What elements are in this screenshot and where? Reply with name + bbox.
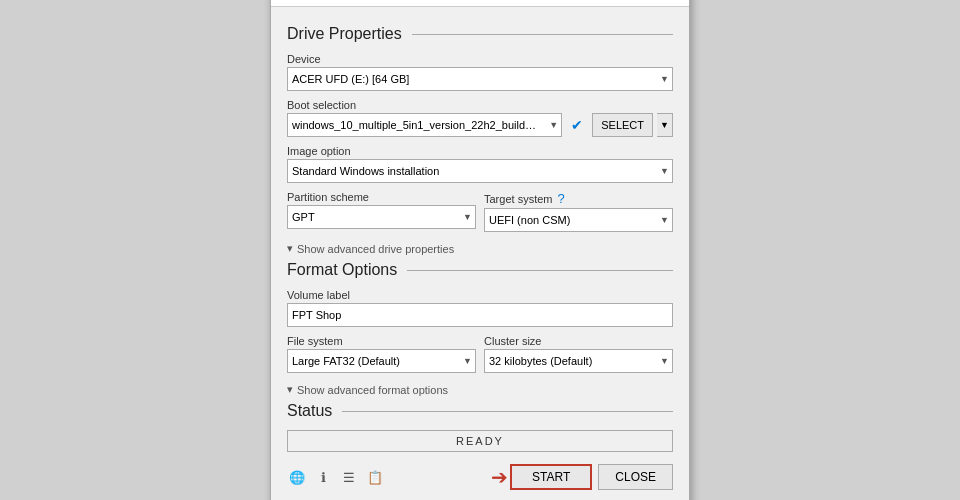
partition-scheme-group: Partition scheme GPT ▼ — [287, 191, 476, 232]
rufus-window: 🔧 Rufus 4.3.2090 — □ ✕ Drive Properties … — [270, 0, 690, 500]
cluster-size-label: Cluster size — [484, 335, 673, 347]
select-button[interactable]: SELECT — [592, 113, 653, 137]
partition-scheme-select[interactable]: GPT — [287, 205, 476, 229]
file-system-select[interactable]: Large FAT32 (Default) — [287, 349, 476, 373]
device-label: Device — [287, 53, 673, 65]
main-content: Drive Properties Device ACER UFD (E:) [6… — [271, 7, 689, 500]
device-group: Device ACER UFD (E:) [64 GB] ▼ — [287, 53, 673, 91]
language-icon[interactable]: 🌐 — [287, 467, 307, 487]
volume-label-input[interactable] — [287, 303, 673, 327]
drive-properties-divider — [412, 34, 673, 35]
partition-select-wrapper: GPT ▼ — [287, 205, 476, 229]
boot-selection-group: Boot selection windows_10_multiple_5in1_… — [287, 99, 673, 137]
boot-select-wrapper: windows_10_multiple_5in1_version_22h2_bu… — [287, 113, 562, 137]
partition-scheme-label: Partition scheme — [287, 191, 476, 203]
target-system-select[interactable]: UEFI (non CSM) — [484, 208, 673, 232]
bottom-toolbar: 🌐 ℹ ☰ 📋 ➔ START CLOSE — [287, 460, 673, 494]
device-select[interactable]: ACER UFD (E:) [64 GB] — [287, 67, 673, 91]
boot-selection-row: windows_10_multiple_5in1_version_22h2_bu… — [287, 113, 673, 137]
boot-selection-select[interactable]: windows_10_multiple_5in1_version_22h2_bu… — [287, 113, 562, 137]
checkmark-icon: ✔ — [566, 114, 588, 136]
target-help-icon[interactable]: ? — [558, 191, 565, 206]
drive-properties-header: Drive Properties — [287, 25, 673, 43]
target-select-wrapper: UEFI (non CSM) ▼ — [484, 208, 673, 232]
close-button[interactable]: CLOSE — [598, 464, 673, 490]
chevron-down-icon: ▾ — [287, 242, 293, 255]
image-option-select[interactable]: Standard Windows installation — [287, 159, 673, 183]
file-system-group: File system Large FAT32 (Default) ▼ — [287, 335, 476, 373]
volume-label-label: Volume label — [287, 289, 673, 301]
arrow-indicator: ➔ — [491, 465, 508, 489]
image-option-group: Image option Standard Windows installati… — [287, 145, 673, 183]
volume-label-group: Volume label — [287, 289, 673, 327]
target-system-label: Target system ? — [484, 191, 673, 206]
format-options-header: Format Options — [287, 261, 673, 279]
image-option-label: Image option — [287, 145, 673, 157]
boot-selection-label: Boot selection — [287, 99, 673, 111]
advanced-drive-link-text: Show advanced drive properties — [297, 243, 454, 255]
drive-properties-title: Drive Properties — [287, 25, 402, 43]
filesystem-cluster-row: File system Large FAT32 (Default) ▼ Clus… — [287, 335, 673, 381]
start-button-wrap: ➔ START — [510, 464, 592, 490]
status-title: Status — [287, 402, 332, 420]
info-icon[interactable]: ℹ — [313, 467, 333, 487]
format-options-divider — [407, 270, 673, 271]
cluster-size-group: Cluster size 32 kilobytes (Default) ▼ — [484, 335, 673, 373]
status-divider — [342, 411, 673, 412]
advanced-format-link[interactable]: ▾ Show advanced format options — [287, 383, 673, 396]
select-dropdown-button[interactable]: ▼ — [657, 113, 673, 137]
start-button[interactable]: START — [510, 464, 592, 490]
cluster-size-select[interactable]: 32 kilobytes (Default) — [484, 349, 673, 373]
status-header: Status — [287, 402, 673, 420]
format-options-title: Format Options — [287, 261, 397, 279]
status-bar: READY — [287, 430, 673, 452]
device-select-wrapper: ACER UFD (E:) [64 GB] ▼ — [287, 67, 673, 91]
format-chevron-icon: ▾ — [287, 383, 293, 396]
settings-icon[interactable]: ☰ — [339, 467, 359, 487]
partition-target-row: Partition scheme GPT ▼ Target system ? U… — [287, 191, 673, 240]
image-option-select-wrapper: Standard Windows installation ▼ — [287, 159, 673, 183]
status-text: READY — [456, 435, 504, 447]
titlebar: 🔧 Rufus 4.3.2090 — □ ✕ — [271, 0, 689, 7]
log-icon[interactable]: 📋 — [365, 467, 385, 487]
target-system-group: Target system ? UEFI (non CSM) ▼ — [484, 191, 673, 232]
advanced-format-link-text: Show advanced format options — [297, 384, 448, 396]
file-system-label: File system — [287, 335, 476, 347]
file-system-select-wrapper: Large FAT32 (Default) ▼ — [287, 349, 476, 373]
cluster-select-wrapper: 32 kilobytes (Default) ▼ — [484, 349, 673, 373]
advanced-drive-link[interactable]: ▾ Show advanced drive properties — [287, 242, 673, 255]
